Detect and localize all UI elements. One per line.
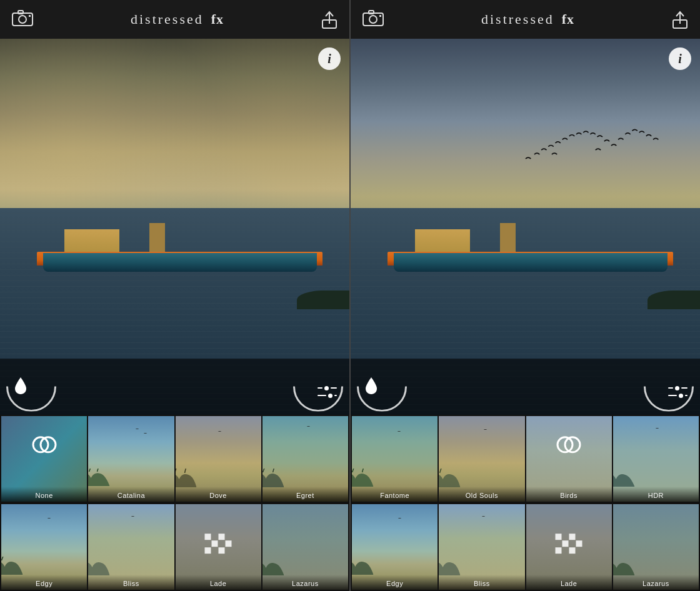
- edgy-r-bird1: [398, 518, 401, 519]
- svg-point-1: [19, 16, 26, 23]
- rcc12: [576, 548, 582, 554]
- svg-line-27: [352, 469, 354, 472]
- camera-icon[interactable]: [11, 8, 34, 31]
- filter-hdr-label: HDR: [613, 487, 699, 502]
- rcc4: [576, 534, 582, 540]
- filter-birds-right[interactable]: Birds: [526, 416, 612, 502]
- svg-rect-2: [18, 11, 23, 14]
- filter-bliss-label-l: Bliss: [88, 575, 174, 590]
- slider-line-2: [318, 394, 337, 398]
- svg-point-21: [369, 16, 377, 23]
- left-photo-area: i: [0, 39, 349, 415]
- left-dial-opacity[interactable]: [6, 362, 62, 412]
- ship-superstructure-r: [415, 229, 470, 254]
- right-photo-area: i: [351, 39, 700, 415]
- r-sl-short-1: [668, 387, 673, 389]
- cc7: [219, 541, 225, 547]
- r-slider-line-1: [668, 386, 688, 390]
- left-drop-icon: [14, 376, 28, 399]
- filter-bliss-left[interactable]: Bliss: [88, 504, 174, 590]
- checker-icon-lade-r: [556, 534, 582, 554]
- cc4: [226, 534, 232, 540]
- filter-egret-label: Egret: [262, 487, 348, 502]
- cc12: [226, 548, 232, 554]
- cc8: [226, 541, 232, 547]
- filter-bliss-right[interactable]: Bliss: [439, 504, 524, 590]
- sl-long-1: [331, 387, 337, 389]
- filter-lade-label-l: Lade: [176, 575, 261, 590]
- r-sl-long-2: [685, 395, 688, 396]
- rcc8: [576, 541, 582, 547]
- filter-none-label: None: [1, 487, 87, 502]
- right-drop-icon: [364, 376, 378, 399]
- filter-oldsouls-right[interactable]: Old Souls: [439, 416, 524, 502]
- r-sl-dot-1: [675, 386, 679, 390]
- camera-icon-right[interactable]: [362, 8, 384, 31]
- rcc2: [562, 534, 569, 540]
- left-app-title: distressed fx: [131, 11, 224, 27]
- left-filter-row2: Edgy Bliss: [0, 503, 349, 591]
- rings-icon-birds: [555, 447, 582, 465]
- right-land: [648, 291, 700, 309]
- svg-line-30: [440, 469, 442, 473]
- svg-line-18: [1, 557, 3, 560]
- svg-line-15: [262, 469, 264, 472]
- left-dial-settings[interactable]: [287, 362, 343, 412]
- right-photo-bg: i: [351, 39, 700, 415]
- right-sliders-icon: [668, 386, 688, 398]
- filter-hdr-right[interactable]: HDR: [613, 416, 699, 502]
- catalina-bird1: [136, 429, 139, 430]
- filter-lazarus-left[interactable]: Lazarus: [262, 504, 348, 590]
- filter-edgy-left[interactable]: Edgy: [1, 504, 87, 590]
- svg-line-9: [89, 469, 91, 472]
- filter-oldsouls-label: Old Souls: [439, 487, 524, 502]
- filter-none-left[interactable]: None: [1, 416, 87, 502]
- left-controls: [0, 359, 349, 415]
- dove-bird1: [218, 431, 221, 432]
- left-ship: [28, 222, 332, 272]
- ship-crane-l: [149, 223, 164, 254]
- svg-line-10: [98, 469, 99, 472]
- rcc5: [556, 541, 562, 547]
- filter-edgy-label-l: Edgy: [1, 575, 87, 590]
- filter-lade-left[interactable]: Lade: [176, 504, 261, 590]
- rcc9: [556, 548, 562, 554]
- filter-dove-left[interactable]: Dove: [176, 416, 261, 502]
- svg-line-28: [362, 469, 363, 472]
- filter-edgy-right[interactable]: Edgy: [352, 504, 438, 590]
- right-filter-row1: Fantome Old Souls: [351, 415, 700, 503]
- left-filter-row1: None Catalina: [0, 415, 349, 503]
- right-ship: [379, 222, 682, 272]
- left-header: distressed fx: [0, 0, 349, 39]
- filter-lade-right[interactable]: Lade: [526, 504, 612, 590]
- filter-lazarus-right[interactable]: Lazarus: [613, 504, 699, 590]
- rcc10: [562, 548, 569, 554]
- ship-body-l: [43, 253, 317, 272]
- r-sl-long-1: [681, 387, 688, 389]
- rings-icon-none: [31, 447, 58, 465]
- filter-catalina-label: Catalina: [88, 487, 174, 502]
- cc5: [205, 541, 211, 547]
- right-app-title: distressed fx: [481, 11, 574, 27]
- r-sl-short-2: [668, 395, 677, 396]
- left-sliders-icon: [318, 386, 337, 398]
- rcc11: [569, 548, 576, 554]
- hdr-bird1: [656, 428, 659, 429]
- slider-line-1: [318, 386, 337, 390]
- filter-egret-left[interactable]: Egret: [262, 416, 348, 502]
- right-dial-opacity[interactable]: [357, 362, 413, 412]
- right-filter-row2: Edgy Bliss: [351, 503, 700, 591]
- filter-catalina-left[interactable]: Catalina: [88, 416, 174, 502]
- fantome-bird1: [398, 431, 401, 432]
- left-panel: distressed fx: [0, 0, 349, 591]
- info-button-left[interactable]: i: [318, 47, 341, 70]
- left-land: [297, 291, 349, 309]
- right-dial-settings[interactable]: [638, 362, 694, 412]
- edgy-bird1: [48, 518, 51, 519]
- cc9: [205, 548, 211, 554]
- share-icon-left[interactable]: [321, 9, 338, 30]
- filter-fantome-right[interactable]: Fantome: [352, 416, 438, 502]
- info-button-right[interactable]: i: [669, 47, 691, 70]
- share-icon-right[interactable]: [671, 9, 689, 30]
- svg-rect-23: [379, 15, 381, 17]
